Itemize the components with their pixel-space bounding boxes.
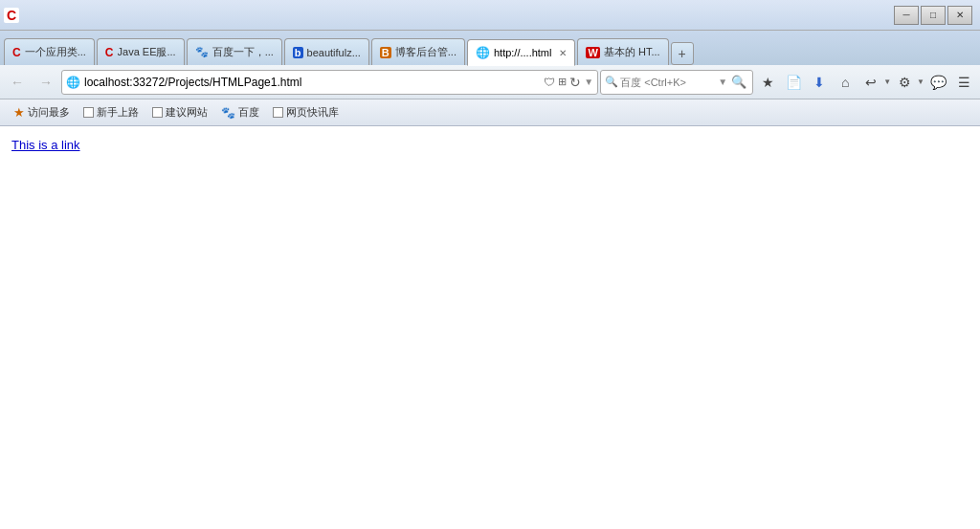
search-button[interactable]: 🔍 [731,75,746,89]
tab4-favicon: b [293,47,303,58]
search-container: 🔍 ▼ 🔍 [600,70,753,95]
baidu-icon: 🐾 [221,106,235,120]
tools-dropdown-icon[interactable]: ▼ [917,77,924,86]
tab-bar: C 一个应用类... C Java EE服... 🐾 百度一下，... b be… [0,31,980,65]
bookmark-visited[interactable]: ★ 访问最多 [8,103,76,121]
baidu-label: 百度 [238,105,259,120]
maximize-button[interactable]: □ [921,6,946,25]
tab1-favicon: C [12,46,21,59]
tab1-label: 一个应用类... [25,45,86,59]
visited-label: 访问最多 [28,105,70,120]
search-input[interactable] [620,77,716,88]
refresh-icon[interactable]: ↻ [569,75,581,90]
news-label: 网页快讯库 [286,105,339,120]
home-icon[interactable]: ⌂ [833,70,858,95]
tools-icon[interactable]: ⚙ [892,70,917,95]
forward-button[interactable]: → [33,70,59,95]
news-checkbox[interactable] [273,107,283,118]
menu-icon[interactable]: ☰ [951,70,976,95]
tab2-favicon: C [105,46,114,59]
favorites-icon[interactable]: ★ [755,70,780,95]
bookmarks-bar: ★ 访问最多 新手上路 建议网站 🐾 百度 网页快讯库 [0,99,980,126]
read-icon[interactable]: 📄 [781,70,806,95]
bookmark-news[interactable]: 网页快讯库 [267,103,345,121]
new-tab-button[interactable]: + [671,42,694,65]
title-bar: C ─ □ ✕ [0,0,980,31]
tab-one-app[interactable]: C 一个应用类... [4,38,95,65]
search-engine-icon: 🔍 [605,76,618,88]
tab-current-html[interactable]: 🌐 http://....html ✕ [467,39,576,66]
tab7-label: 基本的 HT... [604,45,660,59]
window-controls: ─ □ ✕ [894,6,972,25]
address-globe-icon: 🌐 [66,76,80,89]
newbie-checkbox[interactable] [83,107,94,118]
tab3-favicon: 🐾 [195,46,209,58]
address-bar-container: 🌐 🛡 ⊞ ↻ ▼ [61,70,598,95]
suggest-label: 建议网站 [166,105,208,120]
tab-beautifulz[interactable]: b beautifulz... [284,38,369,65]
tab5-favicon: B [380,47,391,58]
minimize-button[interactable]: ─ [894,6,919,25]
tab6-close-button[interactable]: ✕ [559,48,567,58]
bookmark-baidu[interactable]: 🐾 百度 [215,103,265,121]
download-icon[interactable]: ⬇ [807,70,832,95]
tab-javaee[interactable]: C Java EE服... [97,38,185,65]
address-icons: 🛡 ⊞ ↻ ▼ [544,75,593,90]
bookmark-newbie[interactable]: 新手上路 [78,103,145,121]
nav-right-icons: ★ 📄 ⬇ ⌂ ↩ ▼ ⚙ ▼ 💬 ☰ [755,70,976,95]
address-input[interactable] [84,76,540,89]
tab-w3[interactable]: W 基本的 HT... [577,38,668,65]
tab3-label: 百度一下，... [212,45,274,59]
back-button[interactable]: ← [4,70,31,95]
shield-icon: 🛡 [544,76,555,89]
tab5-label: 博客后台管... [395,45,457,59]
close-button[interactable]: ✕ [947,6,972,25]
tab-blog[interactable]: B 博客后台管... [371,38,465,65]
undo-icon[interactable]: ↩ [858,70,883,95]
undo-dropdown-icon[interactable]: ▼ [883,77,891,86]
tab2-label: Java EE服... [118,45,176,59]
tab6-label: http://....html [494,47,552,58]
newbie-label: 新手上路 [97,105,139,120]
page-content: This is a link [0,126,980,529]
tools-group: ⚙ ▼ [892,70,924,95]
tab7-favicon: W [586,47,599,58]
chat-icon[interactable]: 💬 [925,70,950,95]
visited-icon: ★ [13,105,25,120]
suggest-checkbox[interactable] [152,107,163,118]
back-group: ↩ ▼ [858,70,891,95]
browser-logo: C [4,8,19,23]
nav-bar: ← → 🌐 🛡 ⊞ ↻ ▼ 🔍 ▼ 🔍 ★ 📄 ⬇ ⌂ ↩ ▼ ⚙ ▼ 💬 ☰ [0,65,980,99]
tab6-favicon: 🌐 [476,46,490,59]
dropdown-arrow-icon[interactable]: ▼ [584,77,593,87]
tab-baidu[interactable]: 🐾 百度一下，... [187,38,282,65]
search-dropdown-icon[interactable]: ▼ [718,77,727,87]
tab4-label: beautifulz... [307,47,361,58]
bookmark-suggest[interactable]: 建议网站 [146,103,213,121]
grid-icon: ⊞ [558,76,567,88]
page-link[interactable]: This is a link [11,138,80,152]
